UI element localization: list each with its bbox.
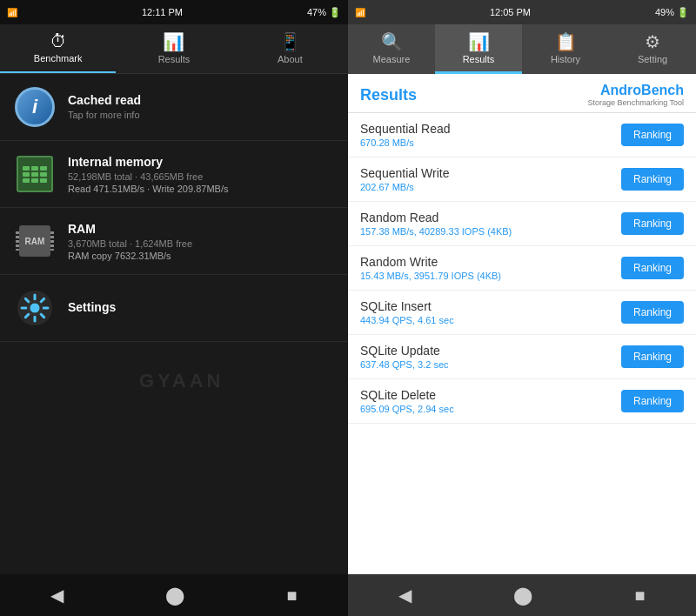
andro-part: Andro bbox=[600, 83, 641, 97]
gear-settings-icon bbox=[15, 288, 55, 328]
tab-history-label: History bbox=[551, 54, 580, 64]
settings-icon-wrap bbox=[14, 287, 56, 329]
result-value-sqlite-insert: 443.94 QPS, 4.61 sec bbox=[360, 315, 621, 325]
tab-measure-label: Measure bbox=[373, 54, 411, 64]
ranking-btn-random-read[interactable]: Ranking bbox=[621, 212, 684, 235]
status-time-right: 12:05 PM bbox=[490, 7, 531, 17]
list-item-cached-read[interactable]: i Cached read Tap for more info bbox=[0, 74, 348, 141]
result-info-sqlite-delete: SQLite Delete 695.09 QPS, 2.94 sec bbox=[360, 388, 621, 414]
result-name-sequential-write: Sequential Write bbox=[360, 166, 621, 180]
ranking-btn-sqlite-delete[interactable]: Ranking bbox=[621, 390, 684, 412]
recents-button-left[interactable]: ■ bbox=[286, 586, 297, 606]
right-panel: 📶 12:05 PM 49% 🔋 🔍 Measure 📊 Results 📋 H… bbox=[348, 0, 696, 616]
ram-icon-wrap: RAM bbox=[14, 220, 56, 262]
androbench-sub: Storage Benchmarking Tool bbox=[588, 98, 684, 107]
cached-read-subtitle: Tap for more info bbox=[68, 110, 334, 120]
cached-read-text: Cached read Tap for more info bbox=[68, 93, 334, 122]
result-row-sqlite-delete: SQLite Delete 695.09 QPS, 2.94 sec Ranki… bbox=[348, 379, 696, 424]
result-info-sequential-write: Sequential Write 202.67 MB/s bbox=[360, 166, 621, 192]
status-icons-left: 📶 bbox=[7, 8, 17, 17]
list-item-settings[interactable]: Settings bbox=[0, 275, 348, 342]
tab-history[interactable]: 📋 History bbox=[522, 24, 609, 74]
list-item-ram[interactable]: RAM RAM 3,670MB total · 1,624MB free RAM… bbox=[0, 208, 348, 275]
androbench-logo: AndroBench Storage Benchmarking Tool bbox=[588, 83, 684, 107]
ram-subtitle: 3,670MB total · 1,624MB free bbox=[68, 238, 334, 249]
results-list: Sequential Read 670.28 MB/s Ranking Sequ… bbox=[348, 113, 696, 574]
result-value-random-write: 15.43 MB/s, 3951.79 IOPS (4KB) bbox=[360, 271, 621, 281]
info-circle-icon: i bbox=[15, 87, 55, 127]
battery-left: 47% 🔋 bbox=[307, 7, 341, 18]
svg-point-1 bbox=[30, 303, 40, 313]
back-button-left[interactable]: ◀ bbox=[50, 585, 64, 606]
result-info-random-write: Random Write 15.43 MB/s, 3951.79 IOPS (4… bbox=[360, 255, 621, 281]
tab-results-label-right: Results bbox=[463, 54, 495, 64]
wifi-icon-right: 📶 bbox=[355, 8, 365, 17]
result-name-sqlite-insert: SQLite Insert bbox=[360, 299, 621, 313]
ram-text: RAM 3,670MB total · 1,624MB free RAM cop… bbox=[68, 222, 334, 261]
result-info-sqlite-update: SQLite Update 637.48 QPS, 3.2 sec bbox=[360, 344, 621, 370]
internal-memory-subtitle: 52,198MB total · 43,665MB free bbox=[68, 171, 334, 182]
result-value-sequential-write: 202.67 MB/s bbox=[360, 182, 621, 192]
ram-title: RAM bbox=[68, 222, 334, 236]
content-left: i Cached read Tap for more info Internal… bbox=[0, 74, 348, 574]
list-item-internal-memory[interactable]: Internal memory 52,198MB total · 43,665M… bbox=[0, 141, 348, 208]
battery-pct-left: 47% bbox=[307, 7, 326, 17]
ram-detail: RAM copy 7632.31MB/s bbox=[68, 251, 334, 261]
settings-title: Settings bbox=[68, 300, 334, 314]
wifi-icon: 📶 bbox=[7, 8, 17, 17]
home-button-right[interactable]: ⬤ bbox=[513, 585, 532, 606]
results-icon-right: 📊 bbox=[468, 31, 490, 52]
settings-text: Settings bbox=[68, 300, 334, 317]
result-name-random-read: Random Read bbox=[360, 211, 621, 224]
recents-button-right[interactable]: ■ bbox=[634, 586, 645, 606]
nav-tabs-left: ⏱ Benchmark 📊 Results 📱 About bbox=[0, 24, 348, 74]
ranking-btn-sequential-write[interactable]: Ranking bbox=[621, 168, 684, 191]
about-icon: 📱 bbox=[279, 31, 301, 52]
tab-measure[interactable]: 🔍 Measure bbox=[348, 24, 435, 74]
result-info-random-read: Random Read 157.38 MB/s, 40289.33 IOPS (… bbox=[360, 211, 621, 237]
tab-setting-label: Setting bbox=[638, 54, 667, 64]
result-row-random-write: Random Write 15.43 MB/s, 3951.79 IOPS (4… bbox=[348, 246, 696, 291]
androbench-name: AndroBench bbox=[600, 83, 684, 98]
internal-memory-text: Internal memory 52,198MB total · 43,665M… bbox=[68, 155, 334, 194]
history-icon: 📋 bbox=[555, 31, 577, 52]
bottom-nav-right: ◀ ⬤ ■ bbox=[348, 574, 696, 616]
status-icons-right: 📶 bbox=[355, 8, 365, 17]
internal-memory-detail: Read 471.51MB/s · Write 209.87MB/s bbox=[68, 184, 334, 194]
status-bar-right: 📶 12:05 PM 49% 🔋 bbox=[348, 0, 696, 24]
memory-chip-icon bbox=[17, 156, 53, 192]
result-row-sequential-read: Sequential Read 670.28 MB/s Ranking bbox=[348, 113, 696, 157]
battery-pct-right: 49% bbox=[655, 7, 674, 17]
tab-about-label: About bbox=[278, 54, 303, 64]
measure-icon: 🔍 bbox=[381, 31, 403, 52]
tab-about[interactable]: 📱 About bbox=[232, 24, 348, 73]
result-row-sqlite-insert: SQLite Insert 443.94 QPS, 4.61 sec Ranki… bbox=[348, 291, 696, 335]
ram-chip-icon: RAM bbox=[17, 223, 53, 259]
tab-results-label-left: Results bbox=[158, 54, 191, 64]
result-row-sequential-write: Sequential Write 202.67 MB/s Ranking bbox=[348, 157, 696, 202]
bottom-nav-left: ◀ ⬤ ■ bbox=[0, 574, 348, 616]
ranking-btn-sequential-read[interactable]: Ranking bbox=[621, 124, 684, 146]
result-value-sqlite-update: 637.48 QPS, 3.2 sec bbox=[360, 359, 621, 370]
tab-setting[interactable]: ⚙ Setting bbox=[609, 24, 696, 74]
result-name-sqlite-delete: SQLite Delete bbox=[360, 388, 621, 402]
left-panel: 📶 12:11 PM 47% 🔋 ⏱ Benchmark 📊 Results 📱… bbox=[0, 0, 348, 616]
back-button-right[interactable]: ◀ bbox=[398, 585, 412, 606]
tab-results-right[interactable]: 📊 Results bbox=[435, 24, 522, 74]
ranking-btn-sqlite-insert[interactable]: Ranking bbox=[621, 301, 684, 324]
nav-tabs-right: 🔍 Measure 📊 Results 📋 History ⚙ Setting bbox=[348, 24, 696, 74]
setting-icon: ⚙ bbox=[645, 31, 660, 52]
tab-benchmark[interactable]: ⏱ Benchmark bbox=[0, 24, 116, 73]
tab-results-left[interactable]: 📊 Results bbox=[116, 24, 231, 73]
ranking-btn-random-write[interactable]: Ranking bbox=[621, 257, 684, 279]
results-title: Results bbox=[360, 86, 417, 104]
result-value-sequential-read: 670.28 MB/s bbox=[360, 137, 621, 148]
tab-benchmark-label: Benchmark bbox=[34, 53, 83, 64]
result-row-sqlite-update: SQLite Update 637.48 QPS, 3.2 sec Rankin… bbox=[348, 335, 696, 379]
ram-chip-body: RAM bbox=[19, 225, 50, 257]
internal-memory-icon bbox=[14, 153, 56, 195]
ranking-btn-sqlite-update[interactable]: Ranking bbox=[621, 345, 684, 368]
home-button-left[interactable]: ⬤ bbox=[165, 585, 184, 606]
result-name-sequential-read: Sequential Read bbox=[360, 122, 621, 136]
status-time-left: 12:11 PM bbox=[142, 7, 183, 17]
